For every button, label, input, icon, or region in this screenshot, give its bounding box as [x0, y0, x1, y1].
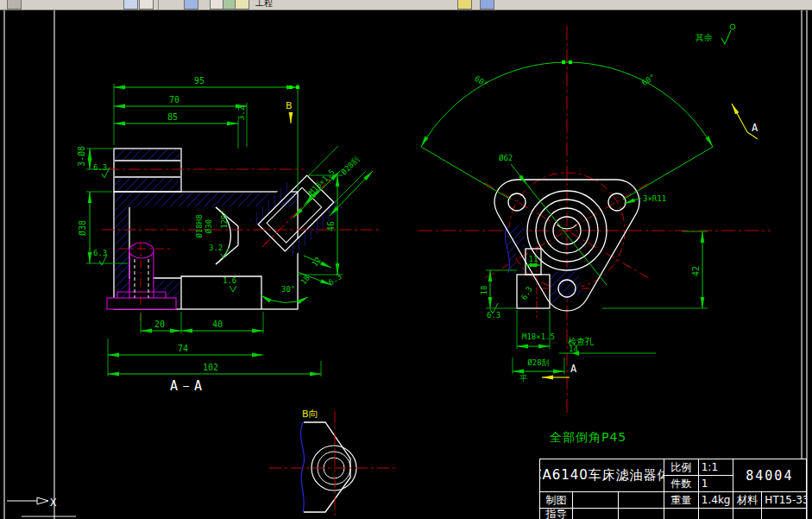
cad-application-window: X	[0, 0, 812, 519]
dim-text: 74	[178, 344, 188, 353]
title-block: CA6140车床滤油器体 比例 1:1 件数 1 84004 制图 重量 1.4…	[539, 459, 807, 519]
dim-text: Ø28刮	[339, 155, 361, 176]
drawing-number: 84004	[733, 459, 806, 492]
material-value: HT15-33	[762, 492, 806, 509]
dim-text: 95	[194, 76, 205, 85]
grip[interactable]	[289, 85, 293, 89]
empty-cell	[699, 509, 733, 519]
empty-cell	[664, 509, 699, 519]
qty-label: 件数	[664, 476, 699, 492]
roughness-value: 3.2	[237, 106, 246, 120]
dim-text: 18	[480, 286, 488, 295]
section-label: A－A	[170, 378, 204, 394]
roughness-value: 3.2	[209, 244, 223, 252]
dim-text: 18	[299, 274, 312, 287]
section-letter-top: A	[752, 122, 758, 134]
advisor-value	[573, 509, 620, 519]
dim-text: 3×R11	[643, 194, 666, 203]
grip[interactable]	[569, 60, 572, 64]
dim-text: 11	[529, 255, 538, 263]
dim-text: 3-Ø8	[77, 146, 86, 167]
roughness-mark	[721, 30, 731, 44]
roughness-value: 6.3	[93, 249, 107, 257]
view-b-marker: B	[286, 100, 293, 111]
dim-text: 42	[691, 266, 701, 276]
weight-value: 1.4kg	[699, 492, 733, 509]
dim-text: 46	[326, 221, 336, 231]
aux-view-b: B向	[269, 408, 399, 516]
toolbar-icon[interactable]	[184, 0, 198, 9]
dim-text: 60°	[640, 73, 657, 87]
qty-value: 1	[699, 476, 733, 492]
dim-text: 120°	[220, 210, 229, 229]
ucs-icon: X	[7, 497, 57, 509]
drawn-value	[573, 492, 620, 509]
dim-text: Ø38	[78, 220, 87, 236]
surface-default-note: 其余	[696, 33, 713, 42]
dim-text: M18×1.5	[307, 168, 337, 197]
toolbar-icon[interactable]	[7, 0, 22, 9]
part-name: CA6140车床滤油器体	[540, 459, 664, 492]
grip[interactable]	[296, 85, 299, 89]
part-outline	[304, 422, 350, 512]
roughness-mark-circle	[730, 24, 735, 29]
dim-text: Ø28刮	[527, 358, 549, 367]
dim-text: 20	[154, 320, 165, 329]
roughness-value: 1.6	[223, 276, 236, 285]
empty-cell	[762, 509, 806, 519]
roughness-value: 6.3	[519, 285, 534, 301]
toolbar-icon[interactable]	[123, 0, 138, 9]
break-line	[300, 422, 304, 512]
hatch-area	[115, 178, 180, 191]
toolbar-icon[interactable]	[235, 0, 249, 9]
dim-text: 40	[212, 320, 223, 329]
toolbar-icon[interactable]	[480, 0, 494, 9]
section-arrow-top	[732, 104, 747, 132]
empty-cell	[619, 509, 664, 519]
dim-text: 85	[167, 112, 178, 122]
roughness-value: 6.3	[93, 163, 107, 172]
dim-text: Ø18H8	[195, 214, 204, 237]
centerlines	[419, 26, 771, 413]
roughness-value: 6.3	[327, 272, 343, 288]
dim-text: 70	[169, 95, 179, 104]
inspect-hole-value: 14	[569, 345, 578, 353]
toolbar-icon[interactable]	[457, 0, 472, 9]
toolbar-icon[interactable]	[139, 0, 154, 9]
section-letter-bottom: A	[570, 363, 577, 375]
grip[interactable]	[562, 60, 565, 64]
roughness-value: 6.3	[487, 311, 500, 320]
hatch-area	[115, 149, 180, 161]
drawn-label: 制图	[540, 492, 573, 509]
toolbar: 工程	[0, 0, 812, 10]
weight-label: 重量	[664, 492, 699, 509]
scale-label: 比例	[664, 459, 699, 476]
drawing-svg: X	[0, 0, 812, 519]
dim-text: Ø30	[205, 219, 213, 233]
hatch-area	[551, 263, 582, 304]
dim-text: 12	[310, 256, 323, 269]
chamfer-note: 全部倒角P45	[550, 430, 626, 444]
dim-text: 30°	[281, 285, 295, 294]
dim-text: 102	[203, 363, 218, 372]
material-label: 材料	[733, 492, 763, 509]
roughness-mark	[230, 286, 236, 292]
dim-text: M18×1.5	[522, 332, 555, 341]
checked-value	[619, 492, 664, 509]
toolbar-text: 工程	[255, 0, 273, 9]
toolbar-separator	[158, 0, 159, 9]
drawing-canvas[interactable]: X	[0, 0, 812, 519]
scale-value: 1:1	[699, 459, 733, 476]
right-view-flange: 60° 60° Ø62 3×R11 42 18 11 6.3 6.3 M18×1…	[419, 24, 771, 413]
empty-cell	[733, 509, 763, 519]
ucs-x-label: X	[50, 497, 57, 509]
flatness-symbol: 平	[519, 374, 527, 383]
advisor-label: 指导	[540, 509, 573, 519]
dim-text: 60°	[473, 74, 489, 89]
left-view-section: 95 70 85 3.2 3-Ø8 6.3 Ø38 6.3 Ø18H8 Ø30 …	[77, 76, 380, 394]
dim-text: Ø62	[499, 154, 513, 162]
aux-view-label: B向	[302, 408, 318, 420]
